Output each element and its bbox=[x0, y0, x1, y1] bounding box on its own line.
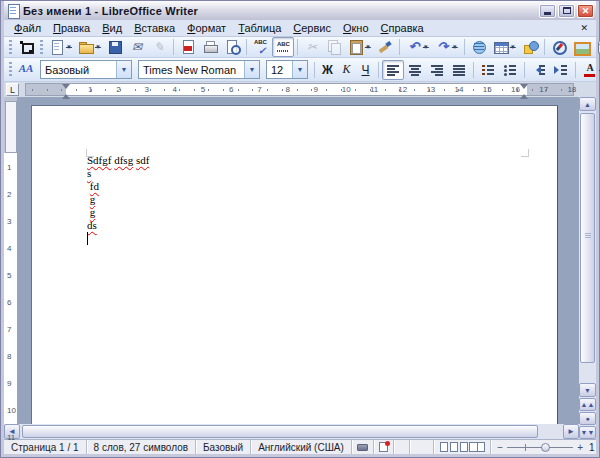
auto-spellcheck-icon bbox=[275, 39, 291, 55]
vertical-scroll-thumb[interactable] bbox=[580, 113, 595, 363]
toolbar-separator bbox=[314, 62, 315, 78]
styles-button[interactable]: АА bbox=[15, 60, 37, 80]
chevron-down-icon[interactable]: ▼ bbox=[244, 61, 259, 78]
document-area[interactable]: Sdfgf dfsg sdfs fd g gds bbox=[18, 97, 579, 424]
italic-button[interactable]: К bbox=[337, 60, 356, 79]
document-modified-segment[interactable] bbox=[374, 440, 394, 454]
scroll-down-icon[interactable]: ▼ bbox=[579, 383, 596, 397]
status-paragraph-style[interactable]: Базовый bbox=[196, 440, 251, 454]
insert-table-button[interactable]: ▼ bbox=[490, 37, 519, 57]
view-multi-page-icon[interactable] bbox=[450, 442, 458, 452]
navigation-button[interactable]: ● bbox=[579, 412, 596, 425]
menu-item-table[interactable]: Таблица bbox=[232, 21, 287, 35]
view-book-icon[interactable] bbox=[469, 442, 485, 452]
document-line: Sdfgf dfsg sdf bbox=[87, 154, 149, 167]
hyperlink-button[interactable] bbox=[468, 37, 490, 57]
chevron-down-icon[interactable]: ▼ bbox=[292, 61, 307, 78]
toolbar-separator bbox=[473, 62, 474, 78]
view-single-page-icon[interactable] bbox=[440, 442, 448, 452]
frame-crop-button[interactable] bbox=[15, 37, 37, 57]
menu-item-format[interactable]: Формат bbox=[181, 21, 232, 35]
vertical-scroll-track[interactable] bbox=[579, 111, 596, 383]
menu-item-help[interactable]: Справка bbox=[375, 21, 430, 35]
status-language[interactable]: Английский (США) bbox=[251, 440, 352, 454]
ruler-row: L 123456789101112131415161718 bbox=[4, 82, 596, 97]
selection-mode-segment[interactable] bbox=[352, 440, 374, 454]
redo-button[interactable]: ↷▼ bbox=[432, 37, 461, 57]
document-text[interactable]: Sdfgf dfsg sdfs fd g gds bbox=[87, 154, 149, 232]
status-word-count[interactable]: 8 слов, 27 символов bbox=[87, 440, 196, 454]
new-document-button[interactable]: ▼ bbox=[46, 37, 75, 57]
align-left-button[interactable] bbox=[382, 60, 404, 80]
save-button[interactable] bbox=[104, 37, 126, 57]
menu-item-file[interactable]: Файл bbox=[8, 21, 47, 35]
auto-spellcheck-button[interactable] bbox=[272, 37, 294, 57]
paste-button[interactable]: ▼ bbox=[345, 37, 374, 57]
zoom-out-icon[interactable]: − bbox=[497, 442, 503, 453]
database-cylinder-icon bbox=[595, 39, 600, 55]
vertical-ruler[interactable]: 1234567891011 bbox=[4, 97, 18, 424]
left-indent-marker[interactable] bbox=[62, 84, 70, 93]
cut-button: ✂ bbox=[301, 37, 323, 57]
email-button[interactable]: ✉ bbox=[126, 37, 148, 57]
zoom-in-icon[interactable]: + bbox=[577, 442, 583, 453]
toolbar-grip[interactable] bbox=[9, 40, 12, 55]
toolbar-grip[interactable] bbox=[9, 62, 12, 77]
print-button[interactable] bbox=[199, 37, 221, 57]
minimize-button[interactable] bbox=[539, 4, 556, 18]
menu-item-tools[interactable]: Сервис bbox=[287, 21, 337, 35]
ruler-number: 12 bbox=[398, 85, 407, 94]
export-pdf-button[interactable] bbox=[177, 37, 199, 57]
vertical-scrollbar[interactable]: ▲ ▼ ▲▲ ● ▼▼ bbox=[579, 97, 596, 439]
status-page-number[interactable]: Страница 1 / 1 bbox=[4, 440, 87, 454]
horizontal-scroll-track[interactable] bbox=[20, 424, 563, 439]
horizontal-scroll-thumb[interactable] bbox=[22, 425, 538, 438]
numbered-list-button[interactable] bbox=[477, 60, 499, 80]
clone-formatting-button[interactable] bbox=[374, 37, 396, 57]
font-color-button[interactable]: А▼ bbox=[579, 60, 600, 80]
menu-item-edit[interactable]: Правка bbox=[47, 21, 96, 35]
menu-item-view[interactable]: Вид bbox=[96, 21, 128, 35]
horizontal-scrollbar[interactable]: ◄ ► bbox=[4, 424, 579, 439]
toolbar-grip[interactable] bbox=[40, 40, 43, 55]
document-page[interactable]: Sdfgf dfsg sdfs fd g gds bbox=[31, 105, 558, 424]
chevron-down-icon[interactable]: ▼ bbox=[116, 61, 131, 78]
data-sources-button[interactable] bbox=[592, 37, 600, 57]
increase-indent-button[interactable] bbox=[550, 60, 572, 80]
align-right-button[interactable] bbox=[426, 60, 448, 80]
close-button[interactable]: ✕ bbox=[577, 4, 594, 18]
menu-item-insert[interactable]: Вставка bbox=[128, 21, 181, 35]
decrease-indent-button[interactable] bbox=[528, 60, 550, 80]
scroll-right-icon[interactable]: ► bbox=[563, 424, 579, 439]
align-justify-button[interactable] bbox=[448, 60, 470, 80]
drawing-functions-button[interactable] bbox=[519, 37, 541, 57]
navigator-button[interactable] bbox=[548, 37, 570, 57]
zoom-slider[interactable]: − + bbox=[491, 440, 589, 454]
zoom-slider-knob[interactable] bbox=[541, 443, 550, 452]
align-center-button[interactable] bbox=[404, 60, 426, 80]
right-indent-marker[interactable] bbox=[520, 84, 528, 93]
paragraph-style-combobox[interactable]: Базовый ▼ bbox=[40, 60, 132, 79]
tab-stop-selector[interactable]: L bbox=[6, 83, 19, 96]
gallery-button[interactable] bbox=[570, 37, 592, 57]
menu-item-window[interactable]: Окно bbox=[337, 21, 375, 35]
underline-button[interactable]: Ч bbox=[356, 60, 375, 79]
font-size-combobox[interactable]: 12 ▼ bbox=[266, 60, 308, 79]
spelling-button[interactable] bbox=[250, 37, 272, 57]
open-button[interactable]: ▼ bbox=[75, 37, 104, 57]
horizontal-ruler[interactable]: 123456789101112131415161718 bbox=[25, 83, 574, 96]
menu-bar-items: ФайлПравкаВидВставкаФорматТаблицаСервисО… bbox=[8, 21, 430, 35]
close-document-icon[interactable]: ✕ bbox=[576, 23, 592, 33]
zoom-slider-track[interactable] bbox=[507, 447, 573, 448]
next-page-button[interactable]: ▼▼ bbox=[579, 426, 596, 439]
font-name-combobox[interactable]: Times New Roman ▼ bbox=[138, 60, 260, 79]
print-preview-button[interactable] bbox=[221, 37, 243, 57]
maximize-button[interactable] bbox=[558, 4, 575, 18]
previous-page-button[interactable]: ▲▲ bbox=[579, 398, 596, 411]
bullet-list-button[interactable] bbox=[499, 60, 521, 80]
bold-button[interactable]: Ж bbox=[318, 60, 337, 79]
undo-button[interactable]: ↶▼ bbox=[403, 37, 432, 57]
new-document-icon bbox=[49, 39, 65, 55]
scroll-up-icon[interactable]: ▲ bbox=[579, 97, 596, 111]
zoom-value-partial[interactable]: 1 bbox=[589, 442, 596, 453]
